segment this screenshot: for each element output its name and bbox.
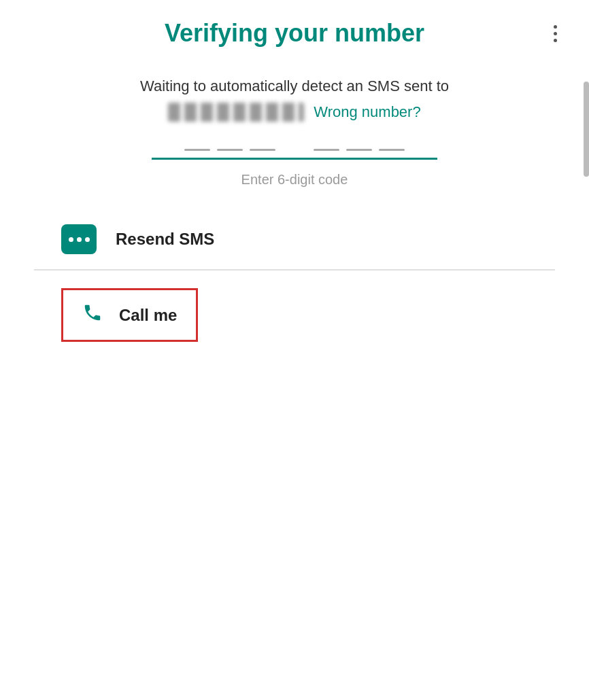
otp-dash-5 — [346, 149, 372, 151]
otp-dash-3 — [250, 149, 275, 151]
scrollbar[interactable] — [584, 82, 589, 177]
otp-dash-2 — [217, 149, 243, 151]
sms-dots — [69, 237, 90, 242]
header: Verifying your number — [0, 0, 589, 61]
otp-dash-6 — [379, 149, 405, 151]
phone-icon — [82, 302, 103, 328]
call-me-item[interactable]: Call me — [61, 288, 198, 342]
sms-dot-2 — [77, 237, 82, 242]
more-dot-1 — [554, 25, 557, 29]
content-area: Waiting to automatically detect an SMS s… — [0, 61, 589, 342]
call-me-row: Call me — [34, 270, 555, 342]
more-dot-3 — [554, 39, 557, 42]
otp-dash-1 — [184, 149, 210, 151]
more-dot-2 — [554, 32, 557, 35]
resend-sms-item[interactable]: Resend SMS — [34, 209, 555, 270]
blurred-phone-number — [168, 103, 304, 122]
action-list: Resend SMS Call me — [34, 209, 555, 342]
screen: Verifying your number Waiting to automat… — [0, 0, 589, 700]
otp-hint-text: Enter 6-digit code — [241, 172, 348, 188]
page-title: Verifying your number — [46, 19, 543, 48]
wrong-number-link[interactable]: Wrong number? — [314, 103, 420, 121]
otp-dashes — [184, 149, 405, 151]
otp-segment-2 — [314, 149, 405, 151]
sms-icon — [61, 224, 97, 254]
otp-segment-1 — [184, 149, 275, 151]
sms-dot-3 — [85, 237, 90, 242]
otp-dash-4 — [314, 149, 339, 151]
resend-sms-label: Resend SMS — [116, 230, 214, 249]
otp-container: Enter 6-digit code — [34, 149, 555, 188]
phone-line: Wrong number? — [34, 103, 555, 122]
more-options-button[interactable] — [543, 21, 567, 46]
sms-dot-1 — [69, 237, 73, 242]
call-me-label: Call me — [119, 306, 177, 325]
otp-underline — [152, 158, 437, 160]
subtitle-text: Waiting to automatically detect an SMS s… — [34, 75, 555, 97]
